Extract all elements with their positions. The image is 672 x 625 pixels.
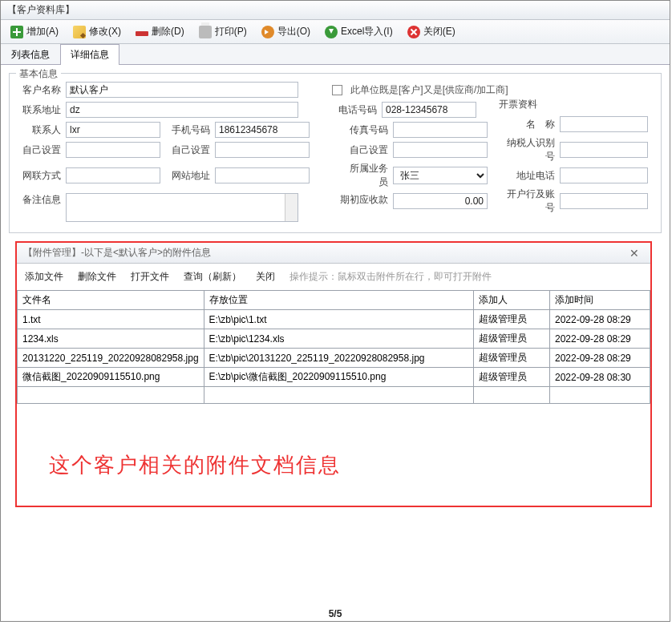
input-fax[interactable] xyxy=(393,122,488,138)
attach-refresh-button[interactable]: 查询（刷新） xyxy=(184,270,241,284)
lbl-inv-name: 名 称 xyxy=(499,118,555,131)
delete-label: 删除(D) xyxy=(152,25,184,38)
edit-label: 修改(X) xyxy=(89,25,121,38)
input-inv-addr[interactable] xyxy=(560,167,648,183)
edit-button[interactable]: 修改(X) xyxy=(68,23,126,40)
lbl-mobile: 手机号码 xyxy=(165,123,210,137)
input-mobile[interactable] xyxy=(215,122,310,138)
table-row[interactable]: 20131220_225119_20220928082958.jpgE:\zb\… xyxy=(18,349,650,368)
attach-delete-button[interactable]: 删除文件 xyxy=(78,270,116,284)
input-contact-person[interactable] xyxy=(66,122,160,138)
scrollbar[interactable] xyxy=(285,194,298,221)
th-adder[interactable]: 添加人 xyxy=(474,291,550,310)
tab-list[interactable]: 列表信息 xyxy=(1,44,60,65)
annotation-text: 这个客户相关的附件文档信息 xyxy=(49,451,341,479)
edit-icon xyxy=(73,26,86,38)
attachment-table: 文件名 存放位置 添加人 添加时间 1.txtE:\zb\pic\1.txt超级… xyxy=(17,290,650,404)
input-contact-addr[interactable] xyxy=(66,102,298,118)
footer-pager: 5/5 xyxy=(1,608,670,619)
attachment-close-button[interactable]: ✕ xyxy=(625,247,644,260)
delete-button[interactable]: 删除(D) xyxy=(131,23,189,40)
lbl-custom2: 自己设置 xyxy=(165,143,210,157)
lbl-fax: 传真号码 xyxy=(343,123,388,137)
print-label: 打印(P) xyxy=(215,25,247,38)
attach-hint: 操作提示：鼠标双击附件所在行，即可打开附件 xyxy=(289,270,492,284)
cell-filename: 1234.xls xyxy=(18,329,204,349)
cell-location: E:\zb\pic\微信截图_20220909115510.png xyxy=(204,368,473,387)
groupbox-basic-title: 基本信息 xyxy=(16,67,61,81)
cell-addtime: 2022-09-28 08:29 xyxy=(550,310,650,329)
attachment-title-text: 【附件管理】-以下是<默认客户>的附件信息 xyxy=(23,246,211,260)
lbl-initial-receive: 期初应收款 xyxy=(332,193,388,207)
input-customer-name[interactable] xyxy=(66,82,298,98)
cell-adder: 超级管理员 xyxy=(474,310,550,329)
cell-adder: 超级管理员 xyxy=(474,368,550,387)
input-inv-bank[interactable] xyxy=(560,193,648,209)
attachment-titlebar: 【附件管理】-以下是<默认客户>的附件信息 ✕ xyxy=(17,243,650,264)
cell-filename: 20131220_225119_20220928082958.jpg xyxy=(18,349,204,368)
invoice-panel: 开票资料 名 称 纳税人识别号 地址电话 开户行及账号 xyxy=(499,98,648,219)
cell-location: E:\zb\pic\20131220_225119_20220928082958… xyxy=(204,349,473,368)
lbl-net-contact: 网联方式 xyxy=(16,169,61,183)
import-label: Excel导入(I) xyxy=(341,25,393,38)
lbl-phone: 电话号码 xyxy=(332,103,377,117)
tab-detail[interactable]: 详细信息 xyxy=(60,44,119,65)
input-net-contact[interactable] xyxy=(66,167,160,183)
lbl-website: 网站地址 xyxy=(165,169,210,183)
table-row[interactable]: 1.txtE:\zb\pic\1.txt超级管理员2022-09-28 08:2… xyxy=(18,310,650,329)
cell-location: E:\zb\pic\1.txt xyxy=(204,310,473,329)
form-area: 基本信息 客户名称 此单位既是[客户]又是[供应商/加工商] 联系地址 电话号码… xyxy=(1,65,670,241)
lbl-custom3: 自己设置 xyxy=(343,143,388,157)
attach-add-button[interactable]: 添加文件 xyxy=(25,270,63,284)
close-button[interactable]: 关闭(E) xyxy=(403,23,460,40)
input-custom3[interactable] xyxy=(393,142,488,158)
lbl-customer-name: 客户名称 xyxy=(16,83,61,97)
attachment-toolbar: 添加文件 删除文件 打开文件 查询（刷新） 关闭 操作提示：鼠标双击附件所在行，… xyxy=(17,264,650,290)
input-inv-taxid[interactable] xyxy=(560,142,648,158)
lbl-custom1: 自己设置 xyxy=(16,143,61,157)
groupbox-basic: 基本信息 客户名称 此单位既是[客户]又是[供应商/加工商] 联系地址 电话号码… xyxy=(9,73,662,233)
select-salesman[interactable]: 张三 xyxy=(393,167,488,184)
attach-close-link[interactable]: 关闭 xyxy=(256,270,275,284)
th-addtime[interactable]: 添加时间 xyxy=(550,291,650,310)
table-row[interactable]: 1234.xlsE:\zb\pic\1234.xls超级管理员2022-09-2… xyxy=(18,329,650,349)
lbl-inv-bank: 开户行及账号 xyxy=(499,188,555,215)
export-icon xyxy=(261,26,274,38)
export-label: 导出(O) xyxy=(277,25,310,38)
excel-import-button[interactable]: Excel导入(I) xyxy=(320,23,398,40)
checkbox-dual-role[interactable] xyxy=(332,85,342,95)
attachment-dialog: 【附件管理】-以下是<默认客户>的附件信息 ✕ 添加文件 删除文件 打开文件 查… xyxy=(15,241,652,507)
table-row[interactable]: 微信截图_20220909115510.pngE:\zb\pic\微信截图_20… xyxy=(18,368,650,387)
close-icon xyxy=(407,26,420,38)
attach-open-button[interactable]: 打开文件 xyxy=(131,270,169,284)
th-filename[interactable]: 文件名 xyxy=(18,291,204,310)
invoice-title: 开票资料 xyxy=(499,98,648,111)
lbl-contact-person: 联系人 xyxy=(16,123,61,137)
lbl-inv-taxid: 纳税人识别号 xyxy=(499,136,555,163)
add-button[interactable]: 增加(A) xyxy=(6,23,63,40)
cell-addtime: 2022-09-28 08:29 xyxy=(550,329,650,349)
cell-adder: 超级管理员 xyxy=(474,329,550,349)
cell-filename: 微信截图_20220909115510.png xyxy=(18,368,204,387)
input-custom1[interactable] xyxy=(66,142,160,158)
cell-filename: 1.txt xyxy=(18,310,204,329)
th-location[interactable]: 存放位置 xyxy=(204,291,473,310)
input-custom2[interactable] xyxy=(215,142,310,158)
delete-icon xyxy=(136,31,148,36)
input-website[interactable] xyxy=(215,167,310,183)
lbl-inv-addr: 地址电话 xyxy=(499,169,555,183)
close-label: 关闭(E) xyxy=(423,25,455,38)
cell-addtime: 2022-09-28 08:30 xyxy=(550,368,650,387)
table-row-empty xyxy=(18,387,650,404)
add-label: 增加(A) xyxy=(26,25,59,38)
export-button[interactable]: 导出(O) xyxy=(257,23,315,40)
input-initial-receive[interactable] xyxy=(393,193,488,209)
cell-location: E:\zb\pic\1234.xls xyxy=(204,329,473,349)
print-button[interactable]: 打印(P) xyxy=(194,23,252,40)
input-remark[interactable] xyxy=(66,193,298,222)
lbl-salesman: 所属业务员 xyxy=(343,162,388,189)
input-phone[interactable] xyxy=(382,102,476,118)
input-inv-name[interactable] xyxy=(560,116,648,132)
main-toolbar: 增加(A) 修改(X) 删除(D) 打印(P) 导出(O) Excel导入(I)… xyxy=(1,20,670,44)
print-icon xyxy=(199,26,212,38)
